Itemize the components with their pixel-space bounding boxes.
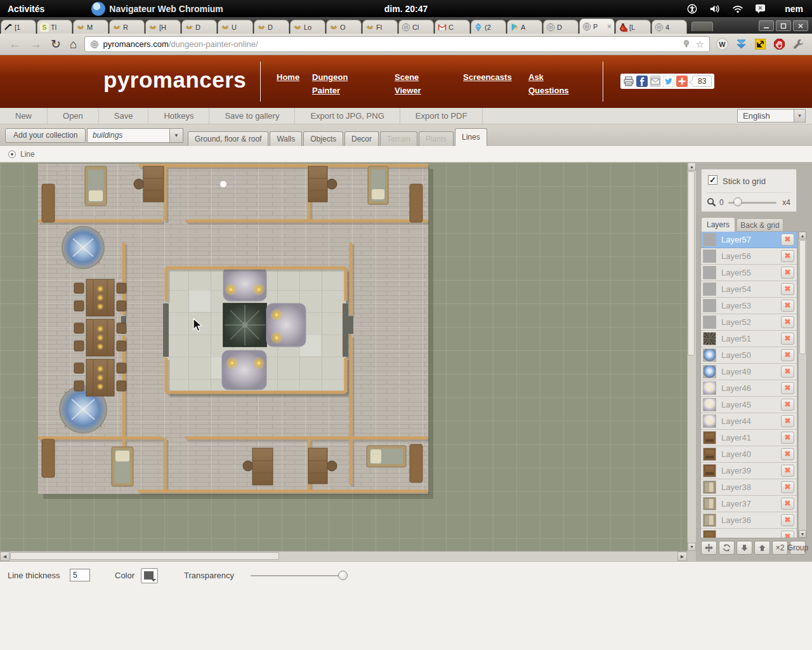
category-tab-lines[interactable]: Lines: [455, 128, 487, 146]
delete-layer-button[interactable]: ✖: [781, 316, 794, 328]
site-logo[interactable]: pyromancers: [103, 67, 246, 93]
downloads-extension-icon[interactable]: [735, 38, 747, 50]
scroll-down-button[interactable]: ▼: [799, 530, 806, 538]
scroll-left-button[interactable]: ◀: [0, 552, 10, 561]
twitter-share-icon[interactable]: [663, 76, 674, 87]
scroll-down-button[interactable]: ▼: [688, 543, 696, 551]
browser-tab-16[interactable]: D: [543, 20, 579, 34]
color-swatch-button[interactable]: [141, 568, 158, 583]
delete-layer-button[interactable]: ✖: [781, 399, 794, 411]
browser-tab-11[interactable]: Fl: [362, 20, 398, 34]
browser-tab-5[interactable]: [H: [145, 20, 181, 34]
stick-to-grid-checkbox[interactable]: ✓: [708, 175, 717, 185]
browser-tab-3[interactable]: M: [73, 20, 108, 34]
collection-select[interactable]: buildings ▼: [87, 128, 183, 143]
layer-row-layer53[interactable]: Layer53✖: [701, 298, 797, 314]
group-button[interactable]: Group: [790, 541, 806, 555]
menu-export-to-pdf[interactable]: Export to PDF: [400, 108, 483, 124]
browser-tab-7[interactable]: U: [218, 20, 253, 34]
volume-icon[interactable]: [709, 4, 721, 14]
browser-tab-14[interactable]: (2: [471, 20, 506, 34]
duplicate-x2-button[interactable]: ×2: [772, 541, 788, 555]
browser-tab-12[interactable]: Cl: [398, 20, 434, 34]
nav-screencasts[interactable]: Screencasts: [463, 71, 512, 84]
layer-row-layer45[interactable]: Layer45✖: [701, 397, 797, 413]
move-button[interactable]: [701, 541, 717, 555]
browser-tab-15[interactable]: A: [507, 20, 542, 34]
delete-layer-button[interactable]: ✖: [781, 432, 794, 444]
minimize-button[interactable]: [759, 20, 774, 31]
browser-tab-10[interactable]: O: [326, 20, 362, 34]
layer-row-layer57[interactable]: Layer57✖: [701, 232, 797, 248]
browser-tab-8[interactable]: D: [254, 20, 289, 34]
delete-layer-button[interactable]: ✖: [781, 234, 794, 246]
scroll-up-button[interactable]: ▲: [688, 162, 696, 171]
layer-row-layer49[interactable]: Layer49✖: [701, 364, 797, 380]
delete-layer-button[interactable]: ✖: [781, 498, 794, 510]
browser-tab-1[interactable]: [1: [1, 20, 36, 34]
layer-row-layer37[interactable]: Layer37✖: [701, 496, 797, 512]
menu-new[interactable]: New: [0, 108, 48, 124]
layer-row-layer56[interactable]: Layer56✖: [701, 248, 797, 265]
capture-extension-icon[interactable]: [754, 38, 766, 50]
layer-row-layer36[interactable]: Layer36✖: [701, 512, 797, 529]
browser-tab-9[interactable]: Lo: [290, 20, 325, 34]
menu-export-to-jpg-png[interactable]: Export to JPG, PNG: [295, 108, 400, 124]
adblock-extension-icon[interactable]: [773, 38, 785, 50]
delete-layer-button[interactable]: ✖: [781, 300, 794, 312]
menu-open[interactable]: Open: [48, 108, 99, 124]
delete-layer-button[interactable]: ✖: [781, 448, 794, 460]
zoom-slider-thumb[interactable]: [733, 197, 742, 206]
browser-tab-4[interactable]: R: [109, 20, 145, 34]
menu-save[interactable]: Save: [99, 108, 149, 124]
language-select[interactable]: English ▼: [737, 109, 806, 123]
layer-row-layer40[interactable]: Layer40✖: [701, 446, 797, 463]
browser-tab-2[interactable]: STl: [37, 20, 72, 34]
forward-button[interactable]: →: [30, 38, 42, 50]
category-tab-decor[interactable]: Decor: [344, 131, 379, 146]
close-window-button[interactable]: [793, 20, 808, 31]
nav-scene-viewer[interactable]: Scene Viewer: [395, 71, 434, 98]
layer-row-layer41[interactable]: Layer41✖: [701, 430, 797, 446]
wifi-icon[interactable]: [732, 4, 743, 14]
browser-tab-18[interactable]: [L: [615, 20, 651, 34]
browser-tab-13[interactable]: C: [435, 20, 470, 34]
page-action-bulb-icon[interactable]: [682, 39, 691, 49]
wikipedia-extension-icon[interactable]: W: [716, 38, 728, 50]
browser-tab-19[interactable]: 4: [652, 20, 687, 34]
layer-row-layer51[interactable]: Layer51✖: [701, 331, 797, 347]
nav-dungeon-painter[interactable]: Dungeon Painter: [312, 71, 358, 98]
facebook-share-icon[interactable]: [636, 76, 648, 87]
hscroll-thumb[interactable]: [10, 552, 279, 560]
scroll-right-button[interactable]: ▶: [678, 552, 687, 561]
home-button[interactable]: ⌂: [70, 38, 77, 50]
delete-layer-button[interactable]: ✖: [781, 250, 794, 262]
map-canvas[interactable]: [0, 162, 687, 551]
layer-row[interactable]: ✖: [701, 529, 797, 538]
tab-layers[interactable]: Layers: [701, 217, 735, 232]
chat-icon[interactable]: [755, 4, 766, 14]
bookmark-star-icon[interactable]: ☆: [696, 39, 704, 49]
rotate-button[interactable]: [719, 541, 735, 555]
layer-row-layer52[interactable]: Layer52✖: [701, 314, 797, 331]
layer-row-layer54[interactable]: Layer54✖: [701, 281, 797, 298]
maximize-button[interactable]: [776, 20, 791, 31]
category-tab-objects[interactable]: Objects: [303, 131, 343, 146]
print-share-icon[interactable]: [623, 76, 634, 87]
mail-share-icon[interactable]: [650, 76, 661, 87]
accessibility-icon[interactable]: [686, 4, 698, 14]
canvas-hscrollbar[interactable]: ◀ ▶: [0, 551, 687, 561]
arrow-up-button[interactable]: [754, 541, 770, 555]
delete-layer-button[interactable]: ✖: [781, 366, 794, 378]
category-tab-ground-floor-roof[interactable]: Ground, floor & roof: [188, 131, 268, 146]
layer-row-layer50[interactable]: Layer50✖: [701, 347, 797, 364]
transparency-slider-thumb[interactable]: [338, 571, 348, 580]
layer-row-layer55[interactable]: Layer55✖: [701, 265, 797, 281]
line-thickness-input[interactable]: [70, 569, 90, 581]
share-plus-share-icon[interactable]: [676, 76, 688, 87]
delete-layer-button[interactable]: ✖: [781, 267, 794, 279]
browser-tab-17[interactable]: P×: [579, 18, 615, 34]
layer-row-layer44[interactable]: Layer44✖: [701, 413, 797, 430]
scroll-up-button[interactable]: ▲: [799, 232, 806, 239]
reload-button[interactable]: ↻: [51, 38, 61, 50]
